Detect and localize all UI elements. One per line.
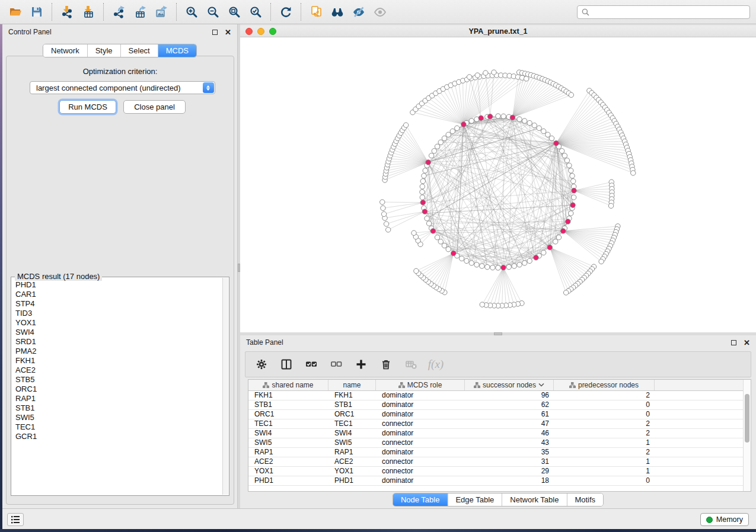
graph-leaf-node[interactable] bbox=[483, 70, 488, 75]
graph-leaf-node[interactable] bbox=[608, 203, 613, 208]
mcds-result-item[interactable]: STP4 bbox=[14, 299, 222, 309]
table-row[interactable]: RAP1RAP1dominator352 bbox=[248, 448, 751, 457]
mcds-result-list[interactable]: PHD1CAR1STP4TID3YOX1SWI4SRD1PMA2FKH1ACE2… bbox=[14, 280, 222, 493]
select-all-rows-button[interactable] bbox=[304, 357, 319, 372]
graph-ring-node[interactable] bbox=[570, 179, 575, 184]
graph-ring-node[interactable] bbox=[435, 144, 439, 149]
graph-ring-node[interactable] bbox=[464, 258, 469, 263]
graph-ring-node[interactable] bbox=[442, 136, 446, 140]
mcds-result-item[interactable]: GCR1 bbox=[14, 432, 222, 441]
table-row[interactable]: FKH1FKH1dominator962 bbox=[248, 391, 751, 400]
graph-leaf-node[interactable] bbox=[385, 227, 390, 232]
graph-ring-node[interactable] bbox=[429, 153, 433, 158]
tab-select[interactable]: Select bbox=[120, 44, 158, 57]
column-header-successor-nodes[interactable]: successor nodes bbox=[465, 380, 554, 390]
graph-ring-node[interactable] bbox=[569, 168, 573, 173]
close-panel-icon[interactable]: ✕ bbox=[225, 28, 231, 36]
graph-ring-node[interactable] bbox=[506, 264, 511, 269]
column-visibility-button[interactable] bbox=[279, 357, 294, 372]
tab-network-table[interactable]: Network Table bbox=[502, 493, 566, 506]
graph-mcds-hub-node[interactable] bbox=[451, 251, 456, 255]
mcds-result-item[interactable]: SRD1 bbox=[14, 337, 222, 347]
mcds-result-item[interactable]: PMA2 bbox=[14, 347, 222, 356]
table-row[interactable]: YOX1YOX1connector291 bbox=[248, 467, 751, 476]
graph-ring-node[interactable] bbox=[474, 262, 479, 267]
graph-mcds-hub-node[interactable] bbox=[570, 203, 575, 207]
graph-leaf-node[interactable] bbox=[381, 211, 386, 216]
column-header-predecessor-nodes[interactable]: predecessor nodes bbox=[554, 380, 655, 390]
graph-leaf-node[interactable] bbox=[403, 123, 408, 127]
export-image-button[interactable] bbox=[151, 2, 172, 22]
graph-ring-node[interactable] bbox=[438, 239, 443, 244]
graph-ring-node[interactable] bbox=[546, 132, 550, 137]
graph-mcds-hub-node[interactable] bbox=[430, 229, 435, 233]
zoom-out-button[interactable] bbox=[202, 2, 224, 22]
graph-ring-node[interactable] bbox=[553, 239, 558, 244]
graph-ring-node[interactable] bbox=[435, 235, 439, 240]
zoom-in-button[interactable] bbox=[181, 2, 202, 22]
column-header-name[interactable]: name bbox=[328, 380, 376, 390]
graph-mcds-hub-node[interactable] bbox=[510, 115, 515, 120]
graph-ring-node[interactable] bbox=[423, 168, 428, 173]
graph-ring-node[interactable] bbox=[490, 265, 495, 270]
clear-selection-button[interactable] bbox=[328, 357, 344, 372]
graph-mcds-hub-node[interactable] bbox=[554, 141, 559, 146]
graph-leaf-node[interactable] bbox=[384, 222, 388, 226]
graph-mcds-hub-node[interactable] bbox=[561, 229, 566, 233]
graph-leaf-node[interactable] bbox=[631, 171, 636, 175]
save-session-button[interactable] bbox=[26, 2, 47, 22]
close-panel-button[interactable]: Close panel bbox=[123, 100, 186, 114]
network-graph[interactable] bbox=[240, 37, 756, 332]
mcds-result-item[interactable]: FKH1 bbox=[14, 356, 222, 366]
graph-mcds-hub-node[interactable] bbox=[422, 209, 427, 214]
graph-leaf-node[interactable] bbox=[475, 73, 480, 78]
graph-ring-node[interactable] bbox=[496, 114, 500, 118]
graph-leaf-node[interactable] bbox=[412, 230, 416, 235]
graph-ring-node[interactable] bbox=[501, 114, 506, 118]
graph-ring-node[interactable] bbox=[569, 211, 573, 216]
graph-ring-node[interactable] bbox=[469, 261, 474, 265]
table-row[interactable]: SWI4SWI4dominator462 bbox=[248, 429, 751, 438]
graph-ring-node[interactable] bbox=[438, 140, 443, 145]
graph-leaf-node[interactable] bbox=[414, 268, 419, 273]
table-row[interactable]: STB1STB1dominator620 bbox=[248, 400, 751, 410]
find-network-button[interactable] bbox=[327, 2, 348, 22]
graph-mcds-hub-node[interactable] bbox=[572, 188, 576, 193]
graph-ring-node[interactable] bbox=[450, 129, 455, 133]
tab-style[interactable]: Style bbox=[87, 44, 120, 57]
graph-mcds-hub-node[interactable] bbox=[479, 116, 483, 120]
clone-network-button[interactable] bbox=[305, 2, 327, 22]
graph-ring-node[interactable] bbox=[420, 190, 425, 194]
graph-leaf-node[interactable] bbox=[467, 75, 471, 79]
graph-ring-node[interactable] bbox=[567, 163, 572, 168]
tab-mcds[interactable]: MCDS bbox=[158, 44, 196, 57]
graph-ring-node[interactable] bbox=[559, 149, 564, 153]
tab-edge-table[interactable]: Edge Table bbox=[447, 493, 502, 506]
graph-mcds-hub-node[interactable] bbox=[461, 122, 466, 127]
graph-mcds-hub-node[interactable] bbox=[426, 160, 430, 165]
graph-ring-node[interactable] bbox=[480, 264, 484, 268]
table-scrollbar-thumb[interactable] bbox=[745, 394, 749, 443]
graph-ring-node[interactable] bbox=[469, 118, 474, 123]
mcds-result-item[interactable]: TEC1 bbox=[14, 422, 222, 432]
run-mcds-button[interactable]: Run MCDS bbox=[59, 100, 116, 114]
graph-ring-node[interactable] bbox=[562, 153, 567, 158]
graph-leaf-node[interactable] bbox=[563, 290, 568, 295]
graph-ring-node[interactable] bbox=[455, 126, 460, 130]
table-row[interactable]: TEC1TEC1connector472 bbox=[248, 419, 751, 429]
graph-ring-node[interactable] bbox=[420, 179, 425, 184]
graph-ring-node[interactable] bbox=[446, 247, 451, 252]
zoom-fit-button[interactable] bbox=[224, 2, 245, 22]
mcds-result-item[interactable]: YOX1 bbox=[14, 318, 222, 328]
graph-ring-node[interactable] bbox=[564, 158, 569, 163]
mcds-list-scrollbar[interactable] bbox=[222, 278, 228, 495]
graph-mcds-hub-node[interactable] bbox=[487, 114, 492, 119]
tab-network[interactable]: Network bbox=[43, 44, 87, 57]
graph-mcds-hub-node[interactable] bbox=[420, 200, 425, 205]
graph-ring-node[interactable] bbox=[537, 126, 541, 130]
graph-ring-node[interactable] bbox=[420, 184, 425, 189]
graph-ring-node[interactable] bbox=[432, 149, 436, 153]
mcds-result-item[interactable]: CAR1 bbox=[14, 290, 222, 299]
mcds-result-item[interactable]: RAP1 bbox=[14, 394, 222, 403]
table-scrollbar[interactable] bbox=[743, 380, 751, 491]
